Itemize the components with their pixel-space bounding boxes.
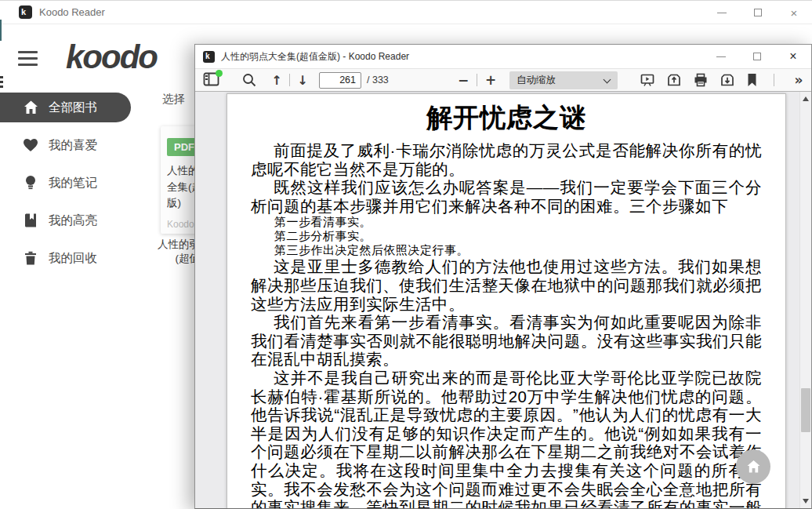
sidebar-item-all-books[interactable]: 全部图书 bbox=[0, 93, 131, 122]
pdf-page: 解开忧虑之谜 前面提及了威利·卡瑞尔消除忧虑的万灵公式是否能解决你所有的忧虑呢不… bbox=[227, 93, 786, 508]
book-cover-publisher: Koodo bbox=[167, 219, 194, 230]
search-icon bbox=[242, 73, 256, 87]
zoom-mode-value: 自动缩放 bbox=[517, 74, 556, 87]
pdf-toolbar: ↑ ↓ / 333 − + 自动缩放 bbox=[195, 68, 811, 92]
maximize-button[interactable] bbox=[740, 1, 776, 24]
presentation-icon bbox=[640, 73, 654, 87]
reader-window-title: 人性的弱点大全集(超值金版) - Koodo Reader bbox=[221, 50, 409, 64]
toolbar-separator bbox=[477, 74, 477, 86]
next-page-button[interactable]: ↓ bbox=[294, 70, 311, 90]
arrow-up-icon: ↑ bbox=[271, 73, 281, 88]
screen-edge-artifact bbox=[0, 20, 2, 41]
arrow-down-icon: ↓ bbox=[297, 73, 307, 88]
maximize-icon bbox=[753, 53, 761, 60]
chapter-heading: 解开忧虑之谜 bbox=[251, 102, 762, 133]
toolbar-separator bbox=[774, 74, 774, 86]
home-icon bbox=[746, 460, 761, 474]
paragraph: 这是亚里士多德教给人们的方法他也使用过这些方法。我们如果想解决那些压迫我们、使我… bbox=[251, 257, 762, 313]
minimize-button[interactable] bbox=[703, 45, 739, 68]
bookmark-button[interactable] bbox=[747, 70, 757, 90]
book-icon bbox=[23, 213, 38, 228]
page-number-input[interactable] bbox=[319, 72, 361, 89]
paragraph: 既然这样我们应该怎么办呢答案是——我们一定要学会下面三个分析问题的基本步骤并用它… bbox=[251, 178, 762, 215]
back-to-library-button[interactable] bbox=[736, 449, 770, 484]
print-button[interactable] bbox=[694, 70, 708, 90]
minimize-icon bbox=[716, 56, 726, 57]
scroll-up-arrow-icon[interactable] bbox=[803, 96, 809, 101]
lightbulb-icon bbox=[23, 175, 38, 191]
zoom-in-icon: + bbox=[485, 72, 496, 88]
sidebar-item-trash[interactable]: 我的回收 bbox=[0, 243, 157, 273]
bookmark-icon bbox=[747, 73, 757, 87]
close-icon: × bbox=[789, 50, 796, 63]
page-body: 前面提及了威利·卡瑞尔消除忧虑的万灵公式是否能解决你所有的忧虑呢不能它当然不是万… bbox=[251, 141, 762, 508]
step-item: 第一步看清事实。 bbox=[274, 215, 762, 229]
zoom-out-button[interactable]: − bbox=[454, 70, 473, 90]
page-total-label: / 333 bbox=[367, 75, 389, 85]
toggle-sidebar-button[interactable] bbox=[203, 70, 222, 90]
main-window-controls: × bbox=[704, 1, 812, 24]
scroll-down-arrow-icon[interactable] bbox=[803, 499, 809, 504]
sidebar-item-highlights[interactable]: 我的高亮 bbox=[0, 205, 157, 235]
more-tools-button[interactable]: » bbox=[791, 70, 807, 90]
pdf-viewer-area: 解开忧虑之谜 前面提及了威利·卡瑞尔消除忧虑的万灵公式是否能解决你所有的忧虑呢不… bbox=[195, 92, 811, 508]
step-item: 第二步分析事实。 bbox=[274, 229, 762, 243]
search-button[interactable] bbox=[242, 70, 256, 90]
previous-page-button[interactable]: ↑ bbox=[268, 70, 285, 90]
pdf-reader-window: k 人性的弱点大全集(超值金版) - Koodo Reader × bbox=[194, 44, 812, 509]
presentation-mode-button[interactable] bbox=[640, 70, 654, 90]
heart-icon bbox=[23, 137, 38, 153]
paragraph: 前面提及了威利·卡瑞尔消除忧虑的万灵公式是否能解决你所有的忧虑呢不能它当然不是万… bbox=[251, 141, 762, 178]
main-titlebar: k Koodo Reader × bbox=[0, 1, 812, 24]
sidebar-item-label: 我的喜爱 bbox=[49, 137, 97, 154]
screen-edge-artifact bbox=[0, 81, 3, 83]
reader-titlebar: k 人性的弱点大全集(超值金版) - Koodo Reader × bbox=[195, 45, 811, 68]
menu-hamburger-icon[interactable] bbox=[18, 51, 38, 70]
double-chevron-right-icon: » bbox=[795, 72, 803, 88]
chevron-down-icon bbox=[604, 75, 611, 83]
open-file-button[interactable] bbox=[667, 70, 681, 90]
minimize-button[interactable] bbox=[704, 1, 740, 24]
select-button[interactable]: 选择 bbox=[162, 92, 185, 107]
vertical-scrollbar[interactable] bbox=[799, 92, 811, 508]
close-icon: × bbox=[791, 7, 798, 19]
step-item: 第三步作出决定然后依照决定行事。 bbox=[274, 243, 762, 257]
sidebar-item-favorites[interactable]: 我的喜爱 bbox=[0, 130, 157, 160]
close-button[interactable]: × bbox=[775, 45, 811, 68]
zoom-mode-select[interactable]: 自动缩放 bbox=[509, 71, 618, 89]
koodo-logo: koodo bbox=[66, 38, 157, 76]
screen-edge-artifact bbox=[0, 76, 3, 78]
toolbar-separator bbox=[289, 74, 290, 86]
sidebar-item-label: 我的高亮 bbox=[49, 213, 97, 229]
sidebar-item-notes[interactable]: 我的笔记 bbox=[0, 168, 157, 198]
print-icon bbox=[694, 73, 708, 87]
scrollbar-thumb[interactable] bbox=[801, 388, 810, 432]
sidebar-item-label: 我的回收 bbox=[49, 250, 97, 267]
sidebar-nav: 全部图书 我的喜爱 我的笔记 我的高亮 bbox=[0, 93, 157, 281]
steps-list: 第一步看清事实。 第二步分析事实。 第三步作出决定然后依照决定行事。 bbox=[251, 215, 762, 257]
sidebar-item-label: 全部图书 bbox=[49, 100, 97, 116]
maximize-button[interactable] bbox=[739, 45, 775, 68]
reader-window-controls: × bbox=[703, 45, 811, 68]
minimize-icon bbox=[717, 13, 727, 13]
status-dot bbox=[216, 70, 223, 77]
screen-edge-artifact bbox=[0, 85, 3, 88]
open-file-icon bbox=[667, 73, 681, 87]
koodo-app-icon: k bbox=[19, 5, 32, 19]
zoom-in-button[interactable]: + bbox=[481, 70, 500, 90]
close-button[interactable]: × bbox=[776, 1, 812, 24]
main-window-title: Koodo Reader bbox=[39, 6, 105, 18]
zoom-out-icon: − bbox=[458, 72, 469, 88]
koodo-app-icon: k bbox=[203, 51, 215, 63]
screen: k Koodo Reader × koodo 全部图书 bbox=[0, 0, 812, 509]
paragraph: 我们首先来看第一步看清事实。看清事实为何如此重要呢因为除非我们看清楚事实否则就不… bbox=[251, 313, 762, 369]
paragraph: 这并不是我自己研究出来的而是哥伦比亚大学哥伦比亚学院已故院长赫伯特·霍基斯所说的… bbox=[251, 369, 762, 508]
save-button[interactable] bbox=[720, 70, 734, 90]
trash-icon bbox=[23, 250, 38, 266]
download-icon bbox=[720, 73, 734, 87]
maximize-icon bbox=[754, 9, 762, 16]
sidebar-item-label: 我的笔记 bbox=[49, 175, 97, 191]
home-icon bbox=[23, 100, 38, 115]
